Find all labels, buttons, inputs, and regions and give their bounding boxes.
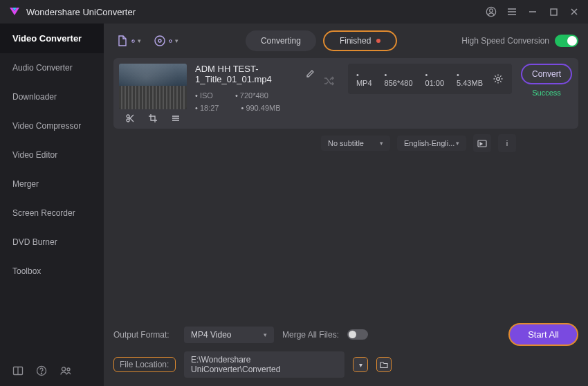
- effects-icon[interactable]: [171, 113, 181, 123]
- convert-button[interactable]: Convert: [521, 64, 572, 84]
- toolbar: ▾ ▾ Converting Finished High Speed Conve…: [104, 24, 588, 58]
- start-all-button[interactable]: Start All: [508, 323, 578, 346]
- tutorial-icon[interactable]: [12, 365, 24, 376]
- status-badge: Success: [532, 89, 561, 97]
- dst-format: MP4: [356, 71, 372, 87]
- svg-line-26: [129, 115, 134, 120]
- svg-point-23: [127, 115, 129, 118]
- sidebar-item-downloader[interactable]: Downloader: [0, 82, 104, 111]
- file-name: ADM HH TEST-1_Title_01_01.mp4: [195, 64, 298, 84]
- sidebar-item-video-converter[interactable]: Video Converter: [0, 24, 104, 53]
- file-card: ADM HH TEST-1_Title_01_01.mp4 ISO 720*48…: [113, 58, 578, 129]
- subtitle-select[interactable]: No subtitle▾: [321, 136, 390, 151]
- shuffle-icon: [323, 75, 336, 87]
- high-speed-toggle[interactable]: [555, 35, 578, 47]
- svg-point-24: [127, 119, 129, 122]
- rename-icon[interactable]: [305, 69, 315, 79]
- file-location-path: E:\Wondershare UniConverter\Converted: [184, 351, 344, 378]
- merge-toggle[interactable]: [347, 329, 368, 340]
- add-file-button[interactable]: ▾: [113, 32, 144, 50]
- dst-size: 5.43MB: [457, 71, 483, 87]
- sidebar-item-screen-recorder[interactable]: Screen Recorder: [0, 199, 104, 228]
- browse-folder-button[interactable]: [376, 357, 392, 372]
- sidebar-item-video-compressor[interactable]: Video Compressor: [0, 111, 104, 140]
- high-speed-label: High Speed Conversion: [461, 36, 549, 46]
- src-res: 720*480: [235, 91, 268, 100]
- help-icon[interactable]: [36, 365, 47, 376]
- dst-duration: 01:00: [425, 71, 445, 87]
- output-format-label: Output Format:: [113, 330, 176, 340]
- notification-dot-icon: [376, 39, 380, 43]
- titlebar: Wondershare UniConverter: [0, 0, 588, 24]
- account-icon[interactable]: [486, 6, 497, 17]
- src-size: 990.49MB: [241, 104, 280, 112]
- src-duration: 18:27: [195, 104, 219, 112]
- output-format-select[interactable]: MP4 Video▾: [184, 327, 274, 343]
- close-icon[interactable]: [569, 6, 580, 17]
- maximize-icon[interactable]: [548, 6, 559, 17]
- tab-finished-label: Finished: [340, 36, 371, 46]
- svg-point-1: [490, 9, 493, 12]
- svg-point-30: [497, 77, 500, 81]
- sidebar-item-merger[interactable]: Merger: [0, 169, 104, 199]
- info-button[interactable]: i: [498, 134, 516, 152]
- svg-point-19: [158, 39, 161, 42]
- sidebar-item-audio-converter[interactable]: Audio Converter: [0, 53, 104, 82]
- app-title: Wondershare UniConverter: [26, 7, 486, 17]
- tab-finished[interactable]: Finished: [323, 30, 397, 51]
- gear-icon[interactable]: [493, 73, 504, 84]
- sidebar-item-dvd-burner[interactable]: DVD Burner: [0, 228, 104, 257]
- minimize-icon[interactable]: [527, 6, 538, 17]
- sidebar-item-toolbox[interactable]: Toolbox: [0, 257, 104, 286]
- sidebar-item-video-editor[interactable]: Video Editor: [0, 140, 104, 169]
- contacts-icon[interactable]: [59, 365, 72, 376]
- audio-value: English-Engli...: [404, 139, 454, 147]
- svg-point-12: [41, 373, 42, 374]
- svg-line-25: [129, 118, 134, 122]
- sidebar: Video Converter Audio Converter Download…: [0, 24, 104, 386]
- video-thumbnail[interactable]: [119, 64, 187, 109]
- add-dvd-button[interactable]: ▾: [151, 32, 181, 50]
- dst-res: 856*480: [385, 71, 413, 87]
- svg-point-13: [62, 367, 65, 371]
- open-folder-button[interactable]: [473, 134, 491, 152]
- svg-rect-6: [551, 9, 557, 15]
- src-codec: ISO: [195, 91, 213, 100]
- file-location-label: File Location:: [113, 357, 176, 372]
- crop-icon[interactable]: [148, 113, 158, 123]
- svg-point-18: [155, 36, 165, 46]
- output-format-value: MP4 Video: [191, 330, 231, 340]
- merge-label: Merge All Files:: [282, 330, 339, 340]
- subtitle-value: No subtitle: [328, 139, 364, 147]
- trim-icon[interactable]: [125, 113, 135, 123]
- app-logo: [8, 6, 21, 18]
- output-settings[interactable]: MP4 856*480 01:00 5.43MB: [348, 64, 512, 94]
- tab-converting[interactable]: Converting: [246, 30, 316, 51]
- audio-track-select[interactable]: English-Engli...▾: [397, 136, 466, 151]
- menu-icon[interactable]: [506, 6, 517, 17]
- path-dropdown-button[interactable]: ▾: [353, 357, 368, 372]
- svg-point-14: [67, 368, 70, 371]
